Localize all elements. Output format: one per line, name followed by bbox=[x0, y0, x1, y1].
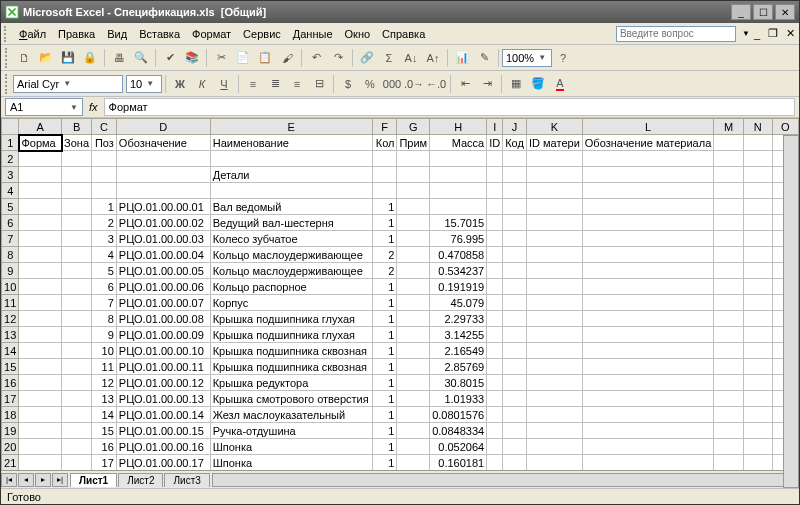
copy-button[interactable]: 📄 bbox=[233, 48, 253, 68]
cell-L10[interactable] bbox=[582, 279, 713, 295]
cell-B21[interactable] bbox=[62, 455, 92, 471]
menu-insert[interactable]: Вставка bbox=[133, 26, 186, 42]
cell-B20[interactable] bbox=[62, 439, 92, 455]
toolbar-grip[interactable] bbox=[4, 26, 10, 42]
cell-H6[interactable]: 15.7015 bbox=[430, 215, 487, 231]
row-header-3[interactable]: 3 bbox=[2, 167, 19, 183]
cell-D15[interactable]: РЦО.01.00.00.11 bbox=[116, 359, 210, 375]
cell-B8[interactable] bbox=[62, 247, 92, 263]
cell-A9[interactable] bbox=[19, 263, 62, 279]
cell-F10[interactable]: 1 bbox=[372, 279, 397, 295]
row-header-13[interactable]: 13 bbox=[2, 327, 19, 343]
cell-K11[interactable] bbox=[527, 295, 583, 311]
row-header-1[interactable]: 1 bbox=[2, 135, 19, 151]
cell-G14[interactable] bbox=[397, 343, 430, 359]
row-header-6[interactable]: 6 bbox=[2, 215, 19, 231]
cell-H19[interactable]: 0.0848334 bbox=[430, 423, 487, 439]
sheet-tab-Лист3[interactable]: Лист3 bbox=[164, 473, 209, 487]
cell-M11[interactable] bbox=[714, 295, 744, 311]
cell-M5[interactable] bbox=[714, 199, 744, 215]
worksheet-grid[interactable]: ABCDEFGHIJKLMNO1ФормаЗонаПозОбозначениеН… bbox=[1, 118, 799, 470]
cell-G19[interactable] bbox=[397, 423, 430, 439]
cell-B13[interactable] bbox=[62, 327, 92, 343]
cell-C17[interactable]: 13 bbox=[92, 391, 117, 407]
cell-K13[interactable] bbox=[527, 327, 583, 343]
cell-C4[interactable] bbox=[92, 183, 117, 199]
cell-D2[interactable] bbox=[116, 151, 210, 167]
cell-J16[interactable] bbox=[503, 375, 527, 391]
cell-H12[interactable]: 2.29733 bbox=[430, 311, 487, 327]
tab-last-button[interactable]: ▸| bbox=[52, 473, 68, 487]
cell-L13[interactable] bbox=[582, 327, 713, 343]
cell-B9[interactable] bbox=[62, 263, 92, 279]
cell-I11[interactable] bbox=[487, 295, 503, 311]
cell-I5[interactable] bbox=[487, 199, 503, 215]
sort-desc-button[interactable]: A↑ bbox=[423, 48, 443, 68]
cell-N21[interactable] bbox=[743, 455, 772, 471]
cell-L3[interactable] bbox=[582, 167, 713, 183]
cell-F3[interactable] bbox=[372, 167, 397, 183]
cell-H1[interactable]: Масса bbox=[430, 135, 487, 151]
cell-F7[interactable]: 1 bbox=[372, 231, 397, 247]
cell-J19[interactable] bbox=[503, 423, 527, 439]
cell-N3[interactable] bbox=[743, 167, 772, 183]
cell-B11[interactable] bbox=[62, 295, 92, 311]
cell-L1[interactable]: Обозначение материала bbox=[582, 135, 713, 151]
cell-H21[interactable]: 0.160181 bbox=[430, 455, 487, 471]
cell-L18[interactable] bbox=[582, 407, 713, 423]
align-center-button[interactable]: ≣ bbox=[265, 74, 285, 94]
col-header-D[interactable]: D bbox=[116, 119, 210, 135]
cell-N13[interactable] bbox=[743, 327, 772, 343]
cell-F4[interactable] bbox=[372, 183, 397, 199]
cell-E21[interactable]: Шпонка bbox=[210, 455, 372, 471]
format-painter-button[interactable]: 🖌 bbox=[277, 48, 297, 68]
menu-file[interactable]: Файл bbox=[13, 26, 52, 42]
fx-icon[interactable]: fx bbox=[83, 101, 104, 113]
cell-A20[interactable] bbox=[19, 439, 62, 455]
maximize-button[interactable]: ☐ bbox=[753, 4, 773, 20]
col-header-O[interactable]: O bbox=[772, 119, 798, 135]
sheet-scroll[interactable]: ABCDEFGHIJKLMNO1ФормаЗонаПозОбозначениеН… bbox=[1, 118, 799, 470]
cell-H10[interactable]: 0.191919 bbox=[430, 279, 487, 295]
cell-I14[interactable] bbox=[487, 343, 503, 359]
row-header-11[interactable]: 11 bbox=[2, 295, 19, 311]
cell-C19[interactable]: 15 bbox=[92, 423, 117, 439]
name-box[interactable]: A1▼ bbox=[5, 98, 83, 116]
cell-K2[interactable] bbox=[527, 151, 583, 167]
cell-I12[interactable] bbox=[487, 311, 503, 327]
cell-I1[interactable]: ID bbox=[487, 135, 503, 151]
cell-F16[interactable]: 1 bbox=[372, 375, 397, 391]
redo-button[interactable]: ↷ bbox=[328, 48, 348, 68]
cell-M2[interactable] bbox=[714, 151, 744, 167]
row-header-16[interactable]: 16 bbox=[2, 375, 19, 391]
cell-N10[interactable] bbox=[743, 279, 772, 295]
cell-B1[interactable]: Зона bbox=[62, 135, 92, 151]
cell-N4[interactable] bbox=[743, 183, 772, 199]
toolbar-grip[interactable] bbox=[5, 74, 11, 94]
select-all-cell[interactable] bbox=[2, 119, 19, 135]
cell-J12[interactable] bbox=[503, 311, 527, 327]
cell-A13[interactable] bbox=[19, 327, 62, 343]
cell-G16[interactable] bbox=[397, 375, 430, 391]
cell-M19[interactable] bbox=[714, 423, 744, 439]
sheet-tab-Лист2[interactable]: Лист2 bbox=[118, 473, 163, 487]
align-right-button[interactable]: ≡ bbox=[287, 74, 307, 94]
row-header-15[interactable]: 15 bbox=[2, 359, 19, 375]
cell-M6[interactable] bbox=[714, 215, 744, 231]
cell-N16[interactable] bbox=[743, 375, 772, 391]
cell-L15[interactable] bbox=[582, 359, 713, 375]
research-button[interactable]: 📚 bbox=[182, 48, 202, 68]
cell-A19[interactable] bbox=[19, 423, 62, 439]
cell-G21[interactable] bbox=[397, 455, 430, 471]
cell-D18[interactable]: РЦО.01.00.00.14 bbox=[116, 407, 210, 423]
cell-I3[interactable] bbox=[487, 167, 503, 183]
cell-A17[interactable] bbox=[19, 391, 62, 407]
cell-B2[interactable] bbox=[62, 151, 92, 167]
cell-L8[interactable] bbox=[582, 247, 713, 263]
cell-E20[interactable]: Шпонка bbox=[210, 439, 372, 455]
cell-E14[interactable]: Крышка подшипника сквозная bbox=[210, 343, 372, 359]
paste-button[interactable]: 📋 bbox=[255, 48, 275, 68]
cell-M9[interactable] bbox=[714, 263, 744, 279]
cell-D19[interactable]: РЦО.01.00.00.15 bbox=[116, 423, 210, 439]
dropdown-icon[interactable]: ▼ bbox=[742, 29, 750, 38]
